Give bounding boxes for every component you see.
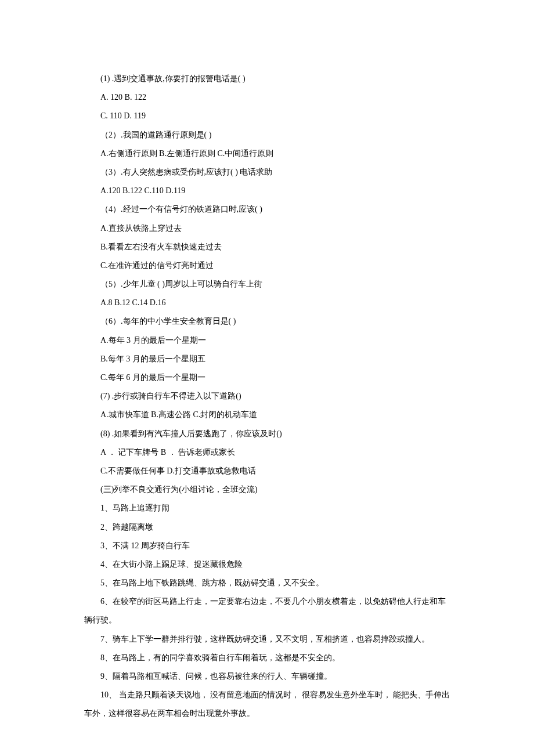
text-line: 4、在大街小路上踢足球、捉迷藏很危险: [84, 555, 450, 574]
text-line: B.看看左右没有火车就快速走过去: [84, 238, 450, 256]
text-line: (1) .遇到交通事故,你要打的报警电话是( ): [84, 70, 450, 88]
text-line: （5）.少年儿童 ( )周岁以上可以骑自行车上街: [84, 275, 450, 294]
text-line: A. 120 B. 122: [84, 88, 450, 107]
text-line: （3）.有人突然患病或受伤时,应该打( ) 电话求助: [84, 163, 450, 182]
text-line: A.每年 3 月的最后一个星期一: [84, 331, 450, 350]
text-line: A.8 B.12 C.14 D.16: [84, 294, 450, 312]
text-line: A.城市快车道 B.高速公路 C.封闭的机动车道: [84, 406, 450, 424]
text-line: (三)列举不良交通行为(小组讨论，全班交流): [84, 480, 450, 499]
text-line: (8) .如果看到有汽车撞人后要逃跑了，你应该及时(): [84, 425, 450, 443]
text-line: A.直接从铁路上穿过去: [84, 219, 450, 238]
text-line: A.右侧通行原则 B.左侧通行原则 C.中间通行原则: [84, 144, 450, 163]
text-line: 6、在较窄的街区马路上行走，一定要靠右边走，不要几个小朋友横着走，以免妨碍他人行…: [84, 592, 450, 630]
text-line: (7) .步行或骑自行车不得进入以下道路(): [84, 387, 450, 406]
text-line: B.每年 3 月的最后一个星期五: [84, 350, 450, 368]
text-line: 2、跨越隔离墩: [84, 518, 450, 537]
text-line: C.每年 6 月的最后一个星期一: [84, 368, 450, 387]
document-body: (1) .遇到交通事故,你要打的报警电话是( ) A. 120 B. 122 C…: [84, 70, 450, 724]
text-line: 1、马路上追逐打闹: [84, 499, 450, 518]
text-line: （4）.经过一个有信号灯的铁道路口时,应该( ): [84, 200, 450, 219]
text-line: 8、在马路上，有的同学喜欢骑着自行车闹着玩，这都是不安全的。: [84, 649, 450, 667]
text-line: 7、骑车上下学一群并排行驶，这样既妨碍交通，又不文明，互相挤道，也容易摔跤或撞人…: [84, 630, 450, 649]
text-line: 3、不满 12 周岁骑自行车: [84, 537, 450, 555]
text-line: C. 110 D. 119: [84, 107, 450, 125]
text-line: 5、在马路上地下铁路跳绳、跳方格，既妨碍交通，又不安全。: [84, 574, 450, 592]
text-line: 9、隔着马路相互喊话、问候，也容易被往来的行人、车辆碰撞。: [84, 667, 450, 686]
text-line: 10、 当走路只顾着谈天说地， 没有留意地面的情况时， 很容易发生意外坐车时， …: [84, 686, 450, 723]
text-line: C.不需要做任何事 D.打交通事故或急救电话: [84, 462, 450, 480]
text-line: C.在准许通过的信号灯亮时通过: [84, 256, 450, 275]
text-line: A.120 B.122 C.110 D.119: [84, 182, 450, 200]
text-line: （2）.我国的道路通行原则是( ): [84, 126, 450, 144]
text-line: （6）.每年的中小学生安全教育日是( ): [84, 312, 450, 331]
text-line: A ． 记下车牌号 B ． 告诉老师或家长: [84, 443, 450, 462]
